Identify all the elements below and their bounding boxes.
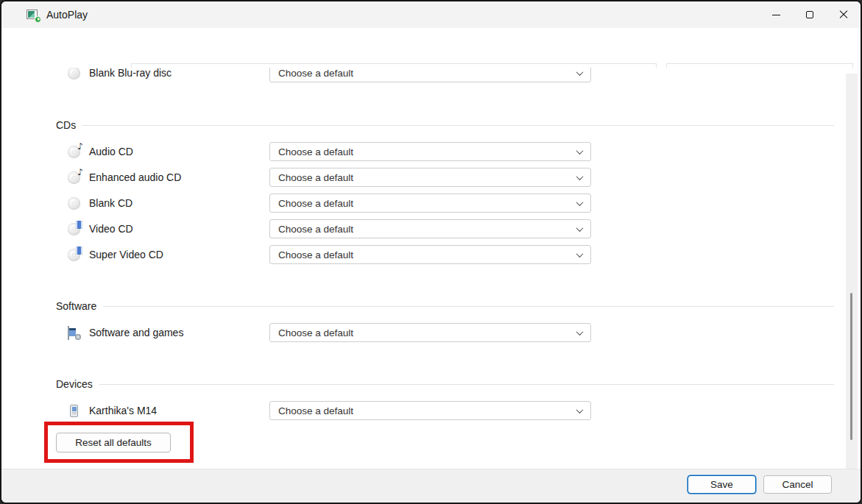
chevron-down-icon <box>576 199 584 206</box>
item-label: Karthika's M14 <box>89 405 157 416</box>
close-button[interactable] <box>827 1 861 28</box>
navigation-bar: ← → ↑ › Control Panel › All Control Pane… <box>1 28 861 68</box>
section-header-devices: Devices <box>56 377 834 391</box>
section-title: Software <box>56 300 96 312</box>
super-video-cd-disc-film-icon <box>68 249 80 261</box>
item-label: Software and games <box>89 327 183 338</box>
section-header-software: Software <box>56 299 834 313</box>
autoplay-window: AutoPlay ← → ↑ › Control Panel › All Con… <box>0 0 862 504</box>
chevron-down-icon <box>576 173 584 180</box>
item-label: Super Video CD <box>89 249 163 260</box>
list-item-enhanced-audio-cd: ♪ Enhanced audio CD <box>68 168 181 187</box>
cancel-button[interactable]: Cancel <box>763 475 832 494</box>
dropdown-value: Choose a default <box>278 249 353 260</box>
section-header-cds: CDs <box>56 118 834 132</box>
blank-blu-ray-disc-dropdown[interactable]: Choose a default <box>269 68 591 82</box>
section-title: Devices <box>56 378 93 390</box>
scrollbar-thumb[interactable] <box>850 293 852 440</box>
chevron-down-icon <box>576 328 584 336</box>
settings-content: Blank Blu-ray disc Choose a default CDs … <box>1 68 861 469</box>
list-item-blank-blu-ray-disc: Blank Blu-ray disc <box>68 68 172 82</box>
section-title: CDs <box>56 119 76 131</box>
vertical-scrollbar[interactable] <box>846 74 858 469</box>
video-cd-disc-film-icon <box>68 223 80 235</box>
super-video-cd-dropdown[interactable]: Choose a default <box>269 245 591 264</box>
dropdown-value: Choose a default <box>278 172 353 183</box>
chevron-down-icon <box>576 147 584 155</box>
minimize-icon <box>772 15 780 15</box>
window-title: AutoPlay <box>46 9 88 21</box>
dropdown-value: Choose a default <box>278 224 353 235</box>
audio-cd-dropdown[interactable]: Choose a default <box>269 142 591 161</box>
dropdown-value: Choose a default <box>278 327 353 338</box>
dropdown-value: Choose a default <box>278 68 353 79</box>
item-label: Audio CD <box>89 146 133 157</box>
title-bar: AutoPlay <box>1 1 861 28</box>
list-item-software-and-games: Software and games <box>68 323 183 342</box>
chevron-down-icon <box>576 68 584 76</box>
section-divider <box>99 384 834 385</box>
item-label: Blank Blu-ray disc <box>89 68 172 79</box>
list-item-super-video-cd: Super Video CD <box>68 245 163 264</box>
software-and-games-dropdown[interactable]: Choose a default <box>269 323 591 342</box>
blank-cd-disc-icon <box>68 197 80 210</box>
list-item-karthikas-m14: Karthika's M14 <box>68 401 157 420</box>
video-cd-dropdown[interactable]: Choose a default <box>269 219 591 238</box>
audio-cd-disc-music-icon: ♪ <box>68 146 80 158</box>
maximize-icon <box>806 11 813 18</box>
software-and-games-icon <box>68 327 80 338</box>
blank-cd-dropdown[interactable]: Choose a default <box>269 194 591 213</box>
enhanced-audio-cd-dropdown[interactable]: Choose a default <box>269 168 591 187</box>
section-divider <box>82 125 834 126</box>
item-label: Enhanced audio CD <box>89 171 181 183</box>
mobile-phone-icon <box>70 405 78 417</box>
maximize-button[interactable] <box>793 1 827 28</box>
dropdown-value: Choose a default <box>278 405 353 416</box>
chevron-down-icon <box>576 250 584 258</box>
list-item-blank-cd: Blank CD <box>68 194 133 213</box>
close-icon <box>839 10 848 19</box>
item-label: Blank CD <box>89 197 133 209</box>
autoplay-app-icon <box>27 10 39 21</box>
save-button[interactable]: Save <box>688 475 756 494</box>
item-label: Video CD <box>89 223 133 235</box>
footer-bar: Save Cancel <box>1 469 861 503</box>
list-item-audio-cd: ♪ Audio CD <box>68 142 133 161</box>
dropdown-value: Choose a default <box>278 146 353 157</box>
dropdown-value: Choose a default <box>278 198 353 209</box>
section-divider <box>103 306 834 307</box>
minimize-button[interactable] <box>759 1 793 28</box>
annotation-highlight-rectangle <box>44 422 194 463</box>
chevron-down-icon <box>576 406 584 414</box>
chevron-down-icon <box>576 224 584 232</box>
list-item-video-cd: Video CD <box>68 219 133 238</box>
enhanced-audio-cd-disc-music-icon: ♪ <box>68 171 80 184</box>
karthikas-m14-dropdown[interactable]: Choose a default <box>269 401 591 420</box>
blank-blu-ray-disc-icon <box>68 68 80 79</box>
